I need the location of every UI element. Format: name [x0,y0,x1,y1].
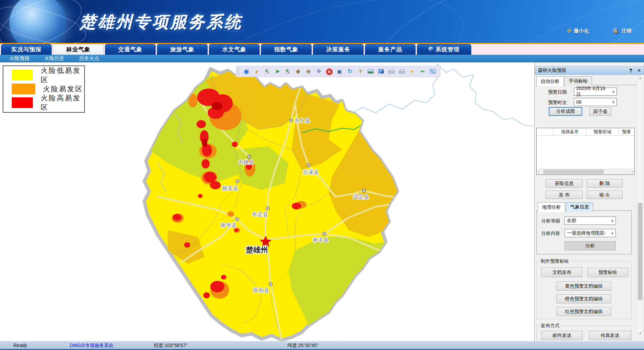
red-doc-edit-button[interactable]: 红色预警文档编辑 [556,307,611,316]
analyze-map-button[interactable]: 分析成图 [549,107,582,116]
email-send-button[interactable]: 邮件发送 [541,331,583,340]
analysis-content-value: 一请选择地理图层- [567,230,606,236]
vscroll-thumb[interactable] [638,203,642,300]
delete-button[interactable]: 删 除 [587,179,623,188]
map-viewport[interactable]: 永仁县 大姚县 元谋县 姚安县 武定县 牟定县 南华县 禄丰县 双柏县 楚雄州 … [0,62,534,341]
select-area-icon[interactable]: ↖ [283,67,292,76]
minimize-button[interactable]: ✣ 最小化 [567,28,589,35]
identify-icon[interactable]: ? [356,67,365,76]
analysis-level-value: 全部 [567,218,576,224]
panel-tab-manual-plot[interactable]: 手动标绘 [565,77,592,86]
map-label-yaoan: 姚安县 [222,185,238,191]
warn-date-value: 2023年 6月16日 [576,86,609,98]
map-label-shuangbai: 双柏县 [253,287,269,293]
tab-traffic-weather[interactable]: 交通气象 [105,44,156,55]
back-icon[interactable]: ⬅ [418,67,427,76]
tab-hydrology-weather[interactable]: 水文气象 [209,44,260,55]
fire-risk-legend: 火险低易发区 火险易发区 火险高易发区 [3,65,85,113]
warning-plot-button[interactable]: 预警标绘 [587,268,628,277]
panel-titlebar[interactable]: 森林火险预报 ✕ [535,66,644,75]
select-circle-icon[interactable]: ↖ [263,67,272,76]
tab-decision-service[interactable]: 决策服务 [313,44,364,55]
print-setup-icon[interactable] [397,67,406,76]
warning-table[interactable]: 选择县市 预警区域 预警 ‹ › [536,128,635,175]
factor-value-button[interactable]: 因子值 [589,107,611,116]
logout-button[interactable]: 🔒 注销 [612,28,632,34]
submenu-history-firepoints[interactable]: 历史火点 [79,55,99,62]
tab-tourism-weather[interactable]: 旅游气象 [157,44,208,55]
status-system-link[interactable]: DMGIS专项服务系统 [70,343,113,349]
scroll-up-icon[interactable]: ∧ [638,76,643,81]
panel-scrollbar[interactable]: ∧ ∨ [637,75,643,336]
tab-system-management[interactable]: 系统管理 [417,44,471,55]
panel-tab-auto-analysis[interactable]: 自动分析 [536,77,564,86]
warn-time-select[interactable]: 08 ∨ [574,98,617,106]
map-label-wuding: 武定县 [353,194,369,200]
panel-close-icon[interactable]: ✕ [637,68,641,73]
scroll-down-icon[interactable]: ∨ [638,331,643,336]
analyze-button[interactable]: 分析 [565,241,616,250]
legend-label-medium: 火险易发区 [43,84,83,94]
panel-tab-geo-analysis[interactable]: 地理分析 [538,202,565,212]
warning-table-header: 选择县市 预警区域 预警 [537,128,634,136]
warn-date-select[interactable]: 2023年 6月16日 ∨ [574,88,617,96]
warn-date-label: 预警日期 [548,89,567,95]
toolbar-drag-handle[interactable] [237,68,239,75]
legend-swatch-high [12,97,33,108]
chevron-down-icon: ∨ [612,100,615,104]
measure-icon[interactable]: ▰ [252,67,261,76]
map-toolbar: ◉ ▰ ↖ ➤ ↖ ⊕ ⊖ ✥ ✕ ▣ ↻ ? ▼ ⬅ [236,66,440,77]
logout-label: 注销 [622,28,632,34]
tab-forestry-weather[interactable]: 林业气象 [53,44,104,55]
legend-row-medium: 火险易发区 [12,83,84,94]
refresh-icon[interactable]: ↻ [345,67,355,76]
legend-row-high: 火险高易发区 [12,97,84,108]
legend-swatch-medium [12,84,35,94]
tab-index-weather[interactable]: 指数气象 [261,44,312,55]
col-select-county: 选择县市 [553,128,586,135]
fax-send-button[interactable]: 传真发送 [589,331,631,340]
scroll-left-icon[interactable]: ‹ [538,169,539,173]
status-latitude: 纬度:25°32'45" [287,343,318,349]
globe-icon[interactable]: ◉ [242,67,251,76]
plot-group-title: 制作预警标绘 [539,258,570,264]
map-label-yongren: 永仁县 [294,117,311,123]
tab-service-products[interactable]: 服务产品 [365,44,416,55]
scroll-right-icon[interactable]: › [632,169,633,173]
minimize-label: 最小化 [574,28,589,34]
print-icon[interactable] [387,67,396,76]
submenu-fire-forecast[interactable]: 火险预报 [9,55,30,62]
get-info-button[interactable]: 获取信息 [546,179,583,188]
stop-icon[interactable]: ✕ [325,67,334,76]
overview-map-icon[interactable] [428,67,437,76]
submenu-fire-history[interactable]: 火险历史 [44,55,64,62]
map-label-lufeng: 禄丰县 [313,237,329,243]
sub-nav: 火险预报 火险历史 历史火点 [0,55,644,62]
yellow-doc-edit-button[interactable]: 黄色预警文档编辑 [556,282,611,291]
zoom-in-icon[interactable]: ⊕ [293,67,303,76]
status-longitude: 经度:103°56'57" [154,343,187,349]
pin-icon[interactable]: ▼ [408,67,417,76]
legend-label-high: 火险高易发区 [41,93,84,112]
zoom-out-icon[interactable]: ⊖ [304,67,313,76]
doc-publish-button[interactable]: 文档发布 [541,267,582,277]
analysis-level-select[interactable]: 全部 ∨ [565,216,616,225]
image-icon[interactable] [366,67,375,76]
export-icon[interactable] [377,67,386,76]
publish-group-title: 发布方式 [539,323,561,329]
export-button[interactable]: 输 出 [587,191,623,199]
table-hscrollbar[interactable]: ‹ › [537,169,634,174]
dock-pin-icon[interactable] [629,68,633,72]
tab-realtime-forecast[interactable]: 实况与预报 [1,44,52,55]
pointer-icon[interactable]: ➤ [273,67,282,76]
analysis-content-select[interactable]: 一请选择地理图层- ∨ [565,229,616,237]
pan-icon[interactable]: ✥ [314,67,323,76]
window-icon[interactable]: ▣ [335,67,344,76]
map-label-nanhua: 南华县 [221,222,237,228]
col-blank [537,128,553,135]
app-banner: 楚雄州专项服务系统 ✣ 最小化 🔒 注销 [0,0,644,43]
orange-doc-edit-button[interactable]: 橙色预警文档编辑 [556,294,611,303]
tab-label: 系统管理 [436,46,460,53]
publish-button[interactable]: 发 布 [546,191,583,199]
hscroll-thumb[interactable] [543,169,604,174]
